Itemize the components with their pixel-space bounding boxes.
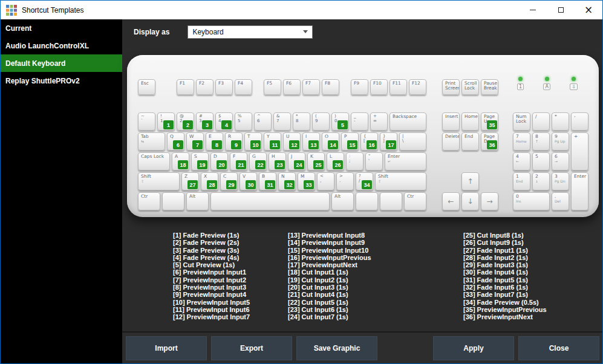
led-light: [518, 77, 523, 81]
key-blank: /: [532, 112, 550, 131]
key-label: K: [308, 153, 324, 159]
key-label: F2: [197, 80, 213, 86]
key-f: F21: [230, 152, 247, 171]
key-end: End: [461, 132, 479, 151]
key-label: 2: [533, 173, 549, 179]
key-label: Z: [182, 173, 198, 179]
legend-entry: [14] PreviewInput Input9: [288, 239, 371, 246]
legend-entry: [11] PreviewInput Input6: [173, 306, 250, 313]
keyboard-row-bottom: CtrAltAltCtr: [138, 192, 426, 210]
key-f4: F4: [235, 79, 252, 95]
keyboard-gap: [341, 79, 349, 80]
shortcut-badge-34: 34: [362, 180, 372, 189]
key-label: 1: [513, 173, 530, 179]
shortcut-badge-8: 8: [212, 140, 222, 149]
minimize-button[interactable]: [519, 1, 547, 19]
key-alt: Alt: [331, 192, 354, 210]
shortcut-badge-26: 26: [333, 160, 343, 169]
key-f1: F1: [177, 79, 194, 95]
key-1: !11: [157, 112, 175, 131]
shortcut-badge-24: 24: [294, 160, 304, 169]
key-label: Ctr: [139, 193, 160, 199]
key-h: H23: [269, 152, 286, 171]
key-t: T10: [244, 132, 262, 151]
shortcut-badge-16: 16: [367, 140, 377, 149]
key-label: Ctr: [405, 193, 426, 199]
key-label: [356, 193, 377, 194]
shortcut-badge-36: 36: [487, 140, 497, 149]
key-label: V: [240, 173, 256, 179]
key-label: Pause Break: [481, 80, 498, 91]
display-as-dropdown[interactable]: Keyboard: [187, 25, 313, 39]
key-n: N32: [278, 172, 296, 190]
key-label: F7: [303, 80, 319, 86]
key-blank: ↓: [461, 192, 479, 210]
key-r: R9: [225, 132, 243, 151]
shortcut-badge-30: 30: [246, 180, 256, 189]
apply-button[interactable]: Apply: [433, 336, 514, 360]
key-blank: :;: [346, 152, 363, 171]
sidebar-item-default-keyboard[interactable]: Default Keyboard: [1, 54, 122, 72]
legend-entry: [20] Cut Input3 (1s): [288, 284, 371, 291]
key-label: F12: [409, 80, 426, 86]
shortcut-badge-23: 23: [275, 160, 285, 169]
key-a: A18: [172, 152, 189, 171]
keyboard-row-arrow-up: ↑: [461, 172, 479, 190]
key-blank: }]17: [380, 132, 397, 151]
key-blank: <,: [317, 172, 334, 190]
key-esc: Esc: [138, 79, 155, 95]
legend-entry: [30] Fade Input4 (1s): [463, 268, 547, 276]
key-label: Tab: [139, 133, 165, 139]
sidebar-item-replay-shuttleprov2[interactable]: Replay ShuttlePROv2: [1, 72, 122, 89]
shortcut-badge-29: 29: [226, 180, 236, 189]
key-blank: [356, 192, 378, 210]
key-label: -: [572, 113, 588, 119]
import-button[interactable]: Import: [126, 336, 207, 360]
shortcut-badge-10: 10: [250, 140, 261, 149]
key-f12: F12: [409, 79, 426, 95]
sidebar-item-audio-launchcontrolxl[interactable]: Audio LaunchControlXL: [1, 37, 122, 54]
key-label: D: [211, 153, 227, 159]
key-d: D20: [210, 152, 228, 171]
key-label: :;: [347, 153, 363, 163]
key-label: Num Lock: [513, 113, 530, 124]
key-label: G: [250, 153, 266, 159]
key-label: F6: [284, 80, 300, 86]
key-label: Delete: [443, 133, 459, 139]
key-label: Print Screen: [443, 80, 459, 91]
key-f9: F9: [351, 79, 368, 95]
export-button[interactable]: Export: [211, 336, 292, 360]
key-blank: >.: [336, 172, 354, 190]
key-label: X: [201, 173, 218, 179]
keyboard-row-insert-home-pageup: InsertHomePage Up35: [442, 112, 498, 131]
key-label: I: [303, 133, 319, 139]
key-label: W: [187, 133, 203, 139]
key-label: <,: [318, 173, 334, 183]
key-shift: Shift⇧: [138, 172, 180, 190]
save-graphic-button[interactable]: Save Graphic: [296, 336, 377, 360]
key-label: |\: [400, 133, 426, 143]
key-2: @22: [177, 112, 194, 131]
led-indicator: A: [543, 77, 550, 90]
key-alt: Alt: [186, 192, 209, 210]
display-as-label: Display as: [134, 28, 169, 36]
key-blank: ~`: [138, 112, 155, 131]
key-f5: F5: [264, 79, 281, 95]
legend-entry: [17] PreviewInputNext: [288, 261, 371, 268]
shortcut-badge-12: 12: [289, 140, 299, 149]
close-button[interactable]: Close: [518, 336, 599, 360]
key-label: Enter: [572, 173, 588, 179]
legend-entry: [10] PreviewInput Input5: [173, 299, 250, 306]
legend-entry: [1] Fade Preview (1s): [173, 232, 250, 239]
key-scroll-lock: Scroll Lock: [461, 79, 479, 95]
key-label: S: [192, 153, 208, 159]
key-label: O: [322, 133, 339, 139]
sidebar-item-current[interactable]: Current: [1, 19, 122, 37]
key-label: F1: [177, 80, 194, 86]
legend-entry: [21] Cut Input4 (1s): [288, 291, 371, 298]
key-label: *: [552, 113, 569, 119]
key-label: C: [221, 173, 237, 179]
key-label: Q: [168, 133, 184, 139]
maximize-button[interactable]: [547, 1, 575, 19]
close-button[interactable]: ×: [575, 1, 602, 19]
